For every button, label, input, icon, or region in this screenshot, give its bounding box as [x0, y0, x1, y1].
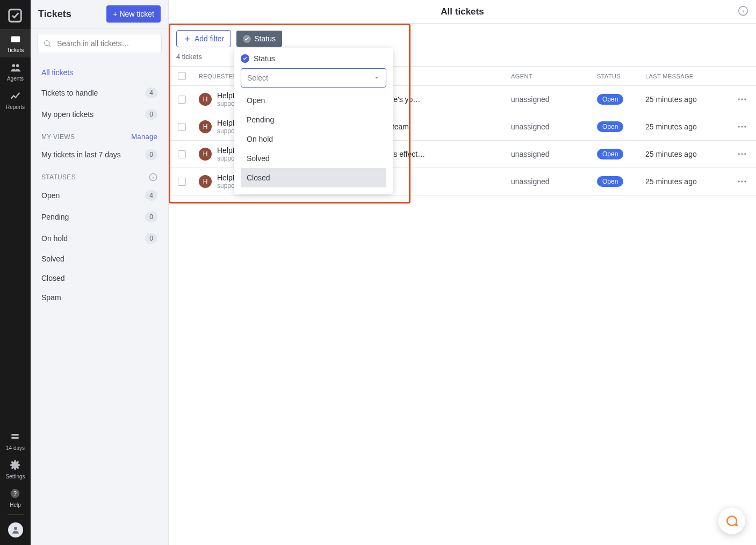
- rail-item-trial[interactable]: 14 days: [0, 427, 31, 455]
- row-actions[interactable]: [732, 149, 756, 159]
- sidebar-status-spam[interactable]: Spam: [37, 288, 162, 307]
- section-my-views: MY VIEWS: [41, 133, 75, 141]
- help-icon: ?: [10, 488, 21, 500]
- svg-rect-4: [11, 434, 18, 435]
- last-message-time: 25 minutes ago: [641, 177, 732, 186]
- status-option-pending[interactable]: Pending: [241, 110, 386, 129]
- row-checkbox[interactable]: [178, 96, 186, 104]
- count-badge: 4: [145, 190, 157, 201]
- gear-icon: [10, 460, 21, 471]
- agents-icon: [10, 62, 21, 74]
- ticket-agent: unassigned: [507, 150, 593, 158]
- select-placeholder: Select: [247, 74, 268, 82]
- sidebar-item-label: All tickets: [41, 68, 73, 77]
- svg-point-14: [741, 98, 743, 100]
- count-badge: 4: [145, 88, 157, 98]
- ticket-icon: [10, 33, 21, 45]
- section-statuses: STATUSES: [41, 173, 76, 181]
- rail-label: Tickets: [7, 47, 24, 53]
- select-all-checkbox[interactable]: [178, 72, 186, 80]
- svg-point-9: [14, 527, 17, 530]
- search-input-wrap[interactable]: [37, 34, 162, 53]
- search-input[interactable]: [56, 39, 156, 48]
- row-checkbox[interactable]: [178, 150, 186, 158]
- trial-icon: [10, 431, 21, 443]
- row-checkbox[interactable]: [178, 123, 186, 131]
- ticket-agent: unassigned: [507, 122, 593, 131]
- svg-rect-1: [11, 37, 20, 42]
- chevron-down-icon: [373, 75, 380, 81]
- svg-point-18: [744, 126, 746, 127]
- sidebar-view-all-tickets[interactable]: All tickets: [37, 63, 162, 82]
- row-actions[interactable]: [732, 94, 756, 105]
- row-checkbox[interactable]: [178, 178, 186, 186]
- sidebar-myview-7days[interactable]: My tickets in last 7 days 0: [37, 144, 162, 165]
- rail-item-agents[interactable]: Agents: [0, 57, 31, 86]
- status-badge: Open: [597, 149, 623, 159]
- requester-avatar: H: [199, 148, 212, 161]
- rail-item-reports[interactable]: Reports: [0, 86, 31, 114]
- main-panel: All tickets Add filter Status Status Sel…: [169, 0, 756, 545]
- sidebar-item-label: Spam: [41, 293, 61, 302]
- info-icon[interactable]: [149, 173, 157, 181]
- info-icon[interactable]: [738, 5, 748, 16]
- svg-point-10: [45, 41, 49, 46]
- sidebar-item-label: Tickets to handle: [41, 89, 98, 97]
- row-actions[interactable]: [732, 121, 756, 132]
- search-icon: [43, 39, 52, 48]
- add-filter-button[interactable]: Add filter: [176, 30, 231, 47]
- sidebar-status-on-hold[interactable]: On hold0: [37, 228, 162, 249]
- rail-label: 14 days: [6, 445, 25, 451]
- svg-point-22: [738, 180, 740, 182]
- last-message-time: 25 minutes ago: [641, 122, 732, 131]
- sidebar-item-label: On hold: [41, 234, 68, 243]
- popup-title: Status: [254, 54, 275, 63]
- new-ticket-button[interactable]: + New ticket: [106, 5, 161, 23]
- reports-icon: [10, 90, 21, 102]
- svg-rect-5: [11, 437, 18, 439]
- check-icon: [243, 35, 251, 43]
- sidebar-status-pending[interactable]: Pending0: [37, 206, 162, 228]
- count-badge: 0: [145, 149, 157, 160]
- row-actions[interactable]: [732, 176, 756, 187]
- svg-point-24: [744, 180, 746, 182]
- ticket-agent: unassigned: [507, 95, 593, 104]
- user-avatar[interactable]: [8, 522, 23, 537]
- status-option-on-hold[interactable]: On hold: [241, 129, 386, 149]
- last-message-time: 25 minutes ago: [641, 150, 732, 158]
- status-option-open[interactable]: Open: [241, 91, 386, 110]
- count-badge: 0: [145, 233, 157, 244]
- sidebar-status-closed[interactable]: Closed: [37, 268, 162, 288]
- sidebar-status-solved[interactable]: Solved: [37, 249, 162, 268]
- status-option-solved[interactable]: Solved: [241, 149, 386, 168]
- check-icon: [241, 54, 249, 63]
- status-option-closed[interactable]: Closed: [241, 168, 386, 187]
- svg-point-15: [744, 98, 746, 100]
- sidebar-item-label: My open tickets: [41, 110, 93, 119]
- rail-item-settings[interactable]: Settings: [0, 455, 31, 484]
- sidebar-title: Tickets: [38, 9, 71, 20]
- count-badge: 0: [145, 109, 157, 120]
- svg-point-19: [738, 153, 740, 155]
- chip-label: Status: [254, 34, 276, 43]
- status-select[interactable]: Select: [241, 68, 386, 88]
- sidebar-status-open[interactable]: Open4: [37, 185, 162, 206]
- rail-label: Agents: [7, 76, 24, 82]
- sidebar-item-label: Solved: [41, 255, 64, 263]
- rail-item-tickets[interactable]: Tickets: [0, 29, 31, 57]
- filter-chip-status[interactable]: Status: [236, 31, 282, 47]
- ticket-agent: unassigned: [507, 177, 593, 186]
- last-message-time: 25 minutes ago: [641, 95, 732, 104]
- status-badge: Open: [597, 176, 623, 187]
- sidebar-view-my-open[interactable]: My open tickets 0: [37, 104, 162, 125]
- svg-point-21: [744, 153, 746, 155]
- requester-avatar: H: [199, 93, 212, 106]
- rail-item-help[interactable]: ? Help: [0, 484, 31, 512]
- rail-label: Help: [10, 502, 21, 508]
- manage-link[interactable]: Manage: [131, 133, 157, 141]
- sidebar-view-to-handle[interactable]: Tickets to handle 4: [37, 82, 162, 104]
- status-filter-popup: Status Select OpenPendingOn holdSolvedCl…: [234, 48, 393, 194]
- chat-fab[interactable]: [718, 507, 745, 534]
- sidebar-item-label: My tickets in last 7 days: [41, 150, 121, 159]
- status-badge: Open: [597, 94, 623, 105]
